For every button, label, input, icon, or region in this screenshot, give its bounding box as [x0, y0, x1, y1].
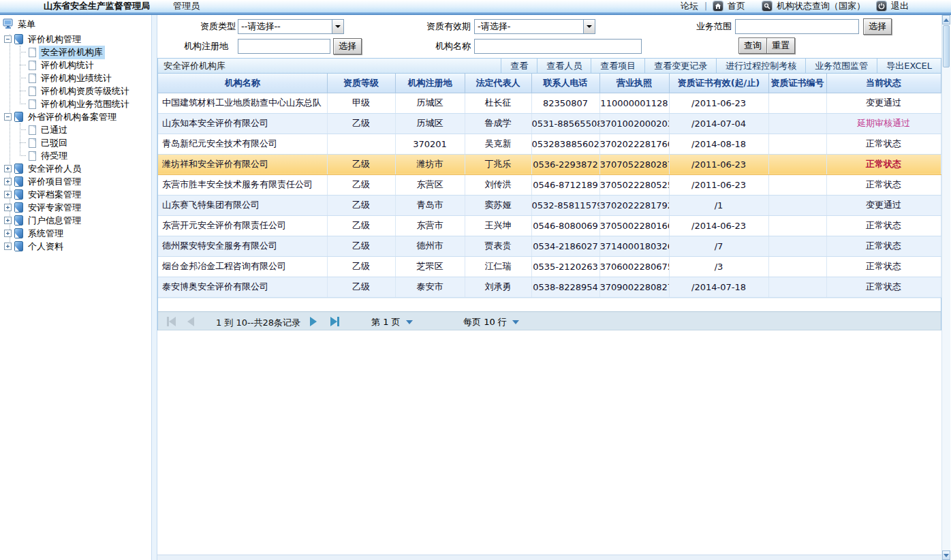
cell-status[interactable]: 正常状态: [826, 154, 941, 174]
cell-cert-number[interactable]: [768, 215, 826, 236]
cell-license[interactable]: 370502228052533: [599, 174, 669, 195]
cell-org-name[interactable]: 东营市胜丰安全技术服务有限责任公司: [158, 174, 327, 195]
column-header[interactable]: 机构注册地: [395, 74, 465, 93]
minus-box-icon[interactable]: [4, 35, 12, 43]
last-page-button[interactable]: [330, 317, 339, 326]
cell-grade[interactable]: 乙级: [327, 215, 395, 236]
registration-input[interactable]: [238, 39, 330, 54]
home-icon[interactable]: [713, 1, 723, 11]
sidebar-group-evaluation-experts[interactable]: 安评专家管理: [3, 201, 151, 214]
sidebar-group-evaluation-archives[interactable]: 安评档案管理: [3, 188, 151, 201]
forum-link[interactable]: 论坛: [681, 0, 698, 12]
cell-phone[interactable]: 0546-8712189: [531, 174, 599, 195]
logout-icon[interactable]: [877, 1, 886, 11]
column-header[interactable]: 机构名称: [158, 74, 327, 93]
cell-status[interactable]: 变更通过: [826, 93, 941, 113]
cell-cert-number[interactable]: [768, 113, 826, 134]
cell-cert-number[interactable]: [768, 277, 826, 297]
org-name-input[interactable]: [474, 39, 642, 54]
sidebar-group-evaluation-projects[interactable]: 评价项目管理: [3, 175, 151, 188]
cell-cert-validity[interactable]: /2014-07-04: [669, 113, 768, 134]
cell-cert-validity[interactable]: /2011-06-23: [669, 174, 768, 195]
next-page-button[interactable]: [310, 317, 317, 326]
toolbar-button[interactable]: 导出EXCEL: [877, 59, 941, 73]
cell-license[interactable]: 370600228067571: [599, 256, 669, 277]
cell-cert-validity[interactable]: /2011-06-23: [669, 154, 768, 174]
cell-cert-number[interactable]: [768, 154, 826, 174]
table-row[interactable]: 东营市胜丰安全技术服务有限责任公司 乙级 东营区 刘传洪 0546-871218…: [158, 174, 941, 195]
column-header[interactable]: 资质等级: [327, 74, 395, 93]
cell-cert-number[interactable]: [768, 134, 826, 154]
business-scope-input[interactable]: [735, 19, 859, 34]
cell-cert-validity[interactable]: /2014-06-23: [669, 215, 768, 236]
cell-registration[interactable]: 370201: [395, 134, 465, 154]
cell-registration[interactable]: 潍坊市: [395, 154, 465, 174]
cell-registration[interactable]: 东营市: [395, 215, 465, 236]
cell-status[interactable]: 正常状态: [826, 277, 941, 297]
table-row[interactable]: 中国建筑材料工业地质勘查中心山东总队 甲级 历城区 杜长征 82350807 1…: [158, 93, 941, 113]
sidebar-splitter[interactable]: [151, 15, 157, 560]
table-row[interactable]: 山东赛飞特集团有限公司 乙级 青岛市 窦苏娅 0532-85811579 370…: [158, 195, 941, 215]
cell-org-name[interactable]: 山东赛飞特集团有限公司: [158, 195, 327, 215]
table-row[interactable]: 东营开元安全评价有限责任公司 乙级 东营市 王兴坤 0546-8080069 3…: [158, 215, 941, 236]
cell-phone[interactable]: 0531-88565508: [531, 113, 599, 134]
cell-org-name[interactable]: 德州聚安特安全服务有限公司: [158, 236, 327, 256]
validity-select[interactable]: -请选择-: [474, 19, 595, 34]
cell-legal-rep[interactable]: 贾表贵: [465, 236, 531, 256]
sidebar-item-rejected[interactable]: 已驳回: [3, 136, 151, 149]
page-number-select[interactable]: 第 1 页: [371, 316, 413, 328]
toolbar-button[interactable]: 进行过程控制考核: [716, 59, 805, 73]
org-status-query-link[interactable]: 机构状态查询（国家）: [777, 0, 865, 12]
plus-box-icon[interactable]: [4, 178, 12, 185]
cell-org-name[interactable]: 潍坊祥和安全评价有限公司: [158, 154, 327, 174]
column-header[interactable]: 资质证书有效(起/止): [669, 74, 768, 93]
cell-legal-rep[interactable]: 鲁成学: [465, 113, 531, 134]
cell-org-name[interactable]: 中国建筑材料工业地质勘查中心山东总队: [158, 93, 327, 113]
table-row[interactable]: 山东知本安全评价有限公司 乙级 历城区 鲁成学 0531-88565508 37…: [158, 113, 941, 134]
cell-org-name[interactable]: 山东知本安全评价有限公司: [158, 113, 327, 134]
cell-registration[interactable]: 泰安市: [395, 277, 465, 297]
cell-registration[interactable]: 青岛市: [395, 195, 465, 215]
cell-legal-rep[interactable]: 吴克新: [465, 134, 531, 154]
cell-status[interactable]: 正常状态: [826, 236, 941, 256]
cell-legal-rep[interactable]: 王兴坤: [465, 215, 531, 236]
plus-box-icon[interactable]: [4, 165, 12, 172]
plus-box-icon[interactable]: [4, 191, 12, 198]
cell-grade[interactable]: 甲级: [327, 93, 395, 113]
toolbar-button[interactable]: 查看变更记录: [644, 59, 716, 73]
minus-box-icon[interactable]: [4, 113, 12, 121]
cell-cert-number[interactable]: [768, 93, 826, 113]
cell-org-name[interactable]: 泰安博奥安全评价有限公司: [158, 277, 327, 297]
cell-registration[interactable]: 芝罘区: [395, 256, 465, 277]
cell-legal-rep[interactable]: 丁兆乐: [465, 154, 531, 174]
cell-phone[interactable]: 0546-8080069: [531, 215, 599, 236]
cell-legal-rep[interactable]: 杜长征: [465, 93, 531, 113]
rows-per-page-select[interactable]: 每页 10 行: [463, 316, 519, 328]
scrollbar-thumb[interactable]: [943, 25, 950, 67]
table-row[interactable]: 烟台金邦冶金工程咨询有限公司 乙级 芝罘区 江仁瑞 0535-2120263 3…: [158, 256, 941, 277]
cell-cert-number[interactable]: [768, 256, 826, 277]
cell-phone[interactable]: 0538-8228954: [531, 277, 599, 297]
cell-org-name[interactable]: 青岛新纪元安全技术有限公司: [158, 134, 327, 154]
bottom-scrollbar[interactable]: [157, 555, 941, 560]
cell-cert-validity[interactable]: /2011-06-23: [669, 93, 768, 113]
sidebar-item-org-performance-stats[interactable]: 评价机构业绩统计: [3, 72, 151, 84]
qualification-type-select[interactable]: --请选择--: [238, 19, 344, 34]
column-header[interactable]: 资质证书编号: [768, 74, 826, 93]
toolbar-button[interactable]: 查看: [501, 59, 537, 73]
cell-grade[interactable]: [327, 134, 395, 154]
cell-registration[interactable]: 东营区: [395, 174, 465, 195]
vertical-scrollbar[interactable]: [941, 15, 950, 560]
sidebar-group-personal-profile[interactable]: 个人资料: [3, 240, 151, 253]
cell-status[interactable]: 正常状态: [826, 174, 941, 195]
sidebar-group-out-province-org-filing[interactable]: 外省评价机构备案管理: [3, 110, 151, 123]
cell-cert-validity[interactable]: /2014-08-18: [669, 134, 768, 154]
cell-legal-rep[interactable]: 刘承勇: [465, 277, 531, 297]
cell-cert-validity[interactable]: /2014-07-18: [669, 277, 768, 297]
cell-org-name[interactable]: 烟台金邦冶金工程咨询有限公司: [158, 256, 327, 277]
cell-registration[interactable]: 德州市: [395, 236, 465, 256]
cell-grade[interactable]: 乙级: [327, 277, 395, 297]
cell-license[interactable]: 110000001128: [599, 93, 669, 113]
dropdown-arrow-icon[interactable]: [583, 20, 595, 33]
cell-phone[interactable]: 0534-2186027: [531, 236, 599, 256]
